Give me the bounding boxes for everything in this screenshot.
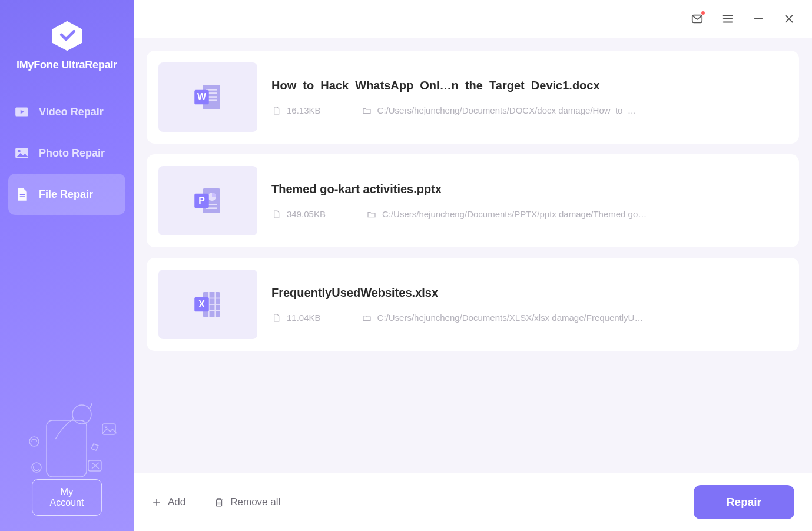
trash-icon [214,497,224,507]
sidebar-item-label: Video Repair [39,106,104,118]
brand-name: iMyFone UltraRepair [16,59,117,71]
main: W How_to_Hack_WhatsApp_Onl…n_the_Target_… [134,0,812,531]
repair-button[interactable]: Repair [694,485,794,519]
sidebar-item-label: Photo Repair [39,147,105,160]
video-icon [14,104,29,120]
file-info: FrequentlyUsedWebsites.xlsx 11.04KB C:/U… [271,286,785,323]
svg-point-2 [18,150,21,152]
footer-bar: Add Remove all Repair [134,473,812,531]
sidebar-item-video-repair[interactable]: Video Repair [8,91,125,132]
document-icon [271,313,281,323]
file-meta: 16.13KB C:/Users/hejuncheng/Documents/DO… [271,105,785,115]
file-path: C:/Users/hejuncheng/Documents/PPTX/pptx … [367,209,785,219]
svg-point-6 [72,405,91,424]
document-icon [271,210,281,219]
hamburger-menu-icon[interactable] [721,12,734,25]
file-path: C:/Users/hejuncheng/Documents/DOCX/docx … [362,105,785,115]
folder-icon [362,106,372,115]
minimize-icon[interactable] [752,12,765,25]
file-size: 349.05KB [271,209,326,219]
svg-text:P: P [198,195,205,205]
sidebar-item-photo-repair[interactable]: Photo Repair [8,132,125,174]
file-meta: 349.05KB C:/Users/hejuncheng/Documents/P… [271,209,785,219]
file-thumb-word-icon: W [158,62,257,132]
folder-icon [362,313,372,323]
svg-rect-5 [47,420,87,477]
titlebar [134,0,812,38]
brand-logo-icon [49,18,85,54]
sidebar-item-label: File Repair [39,188,93,201]
file-thumb-excel-icon: X [158,270,257,339]
sidebar-illustration [0,397,134,485]
folder-icon [367,210,376,219]
svg-rect-9 [102,424,115,434]
mail-icon[interactable] [691,12,704,25]
file-meta: 11.04KB C:/Users/hejuncheng/Documents/XL… [271,313,785,323]
nav: Video Repair Photo Repair File Repair [0,84,134,215]
file-name: FrequentlyUsedWebsites.xlsx [271,286,785,300]
file-size: 11.04KB [271,313,321,323]
remove-all-button[interactable]: Remove all [214,496,280,508]
svg-point-10 [105,426,107,427]
document-icon [271,106,281,115]
svg-rect-3 [20,194,25,195]
file-card[interactable]: P Themed go-kart activities.pptx 349.05K… [147,154,799,247]
svg-rect-4 [20,196,25,197]
svg-rect-42 [217,500,222,506]
file-thumb-powerpoint-icon: P [158,166,257,235]
file-card[interactable]: X FrequentlyUsedWebsites.xlsx 11.04KB C:… [147,258,799,351]
brand: iMyFone UltraRepair [0,0,134,84]
sidebar: iMyFone UltraRepair Video Repair Photo R… [0,0,134,531]
sidebar-item-file-repair[interactable]: File Repair [8,174,125,215]
file-card[interactable]: W How_to_Hack_WhatsApp_Onl…n_the_Target_… [147,51,799,144]
file-icon [14,187,29,202]
svg-text:W: W [197,92,206,102]
photo-icon [14,145,29,161]
add-button[interactable]: Add [151,496,185,508]
notification-dot-icon [701,11,705,15]
close-icon[interactable] [783,12,796,25]
file-info: How_to_Hack_WhatsApp_Onl…n_the_Target_De… [271,79,785,115]
plus-icon [151,497,162,507]
svg-text:X: X [198,299,205,309]
svg-point-7 [29,437,39,446]
my-account-button[interactable]: My Account [32,479,102,516]
file-size: 16.13KB [271,105,321,115]
file-name: How_to_Hack_WhatsApp_Onl…n_the_Target_De… [271,79,785,92]
file-list: W How_to_Hack_WhatsApp_Onl…n_the_Target_… [134,38,812,473]
file-name: Themed go-kart activities.pptx [271,182,785,196]
file-info: Themed go-kart activities.pptx 349.05KB … [271,182,785,219]
file-path: C:/Users/hejuncheng/Documents/XLSX/xlsx … [362,313,785,323]
